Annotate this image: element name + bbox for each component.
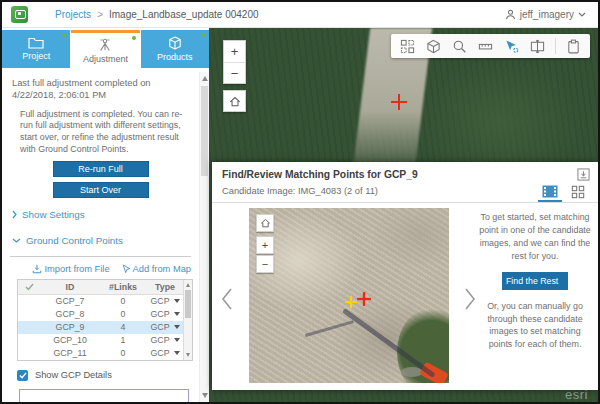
breadcrumb-projects-link[interactable]: Projects (55, 9, 91, 20)
top-bar: Projects > Image_Landbase_update 004200 … (2, 2, 598, 28)
gcp-table-header: ID #Links Type (18, 280, 183, 295)
map-home-button[interactable] (223, 90, 246, 112)
show-gcp-details-label: Show GCP Details (35, 370, 112, 380)
scroll-down-arrow[interactable] (202, 393, 208, 398)
gcp-id: GCP_7 (40, 296, 100, 306)
cursor-icon (122, 264, 130, 274)
grid-view-toggle[interactable] (566, 183, 590, 202)
previous-image-button[interactable] (221, 287, 233, 311)
type-dropdown-caret[interactable] (174, 312, 180, 316)
breadcrumb-separator: > (97, 9, 103, 20)
view-toggles (538, 183, 590, 202)
type-dropdown-caret[interactable] (174, 325, 180, 329)
basemap-icon[interactable] (425, 38, 442, 55)
status-dot (62, 33, 66, 37)
show-settings-toggle[interactable]: Show Settings (12, 209, 199, 220)
gcp-id: GCP_11 (40, 348, 100, 358)
panel-scrollbar[interactable] (199, 72, 209, 402)
tab-label: Adjustment (83, 54, 128, 64)
next-image-button[interactable] (464, 287, 476, 311)
table-row-gcp-7[interactable]: GCP_7 0 GCP (18, 295, 183, 308)
table-row-gcp-8[interactable]: GCP_8 0 GCP (18, 308, 183, 321)
scroll-up-arrow[interactable] (202, 76, 208, 81)
toolbar-divider (555, 38, 556, 54)
chevron-down-icon (12, 238, 21, 243)
viewer-zoom-in-button[interactable]: + (256, 236, 274, 254)
scroll-up-arrow[interactable] (186, 283, 190, 287)
gcp-table-rows: GCP_7 0 GCP GCP_8 0 GCP GCP_9 4 GC (18, 295, 183, 360)
table-row-gcp-10[interactable]: GCP_10 1 GCP (18, 334, 183, 347)
candidate-image-viewer[interactable]: + − (249, 208, 449, 383)
tab-products[interactable]: Products (141, 30, 209, 68)
gcp-links: 1 (100, 335, 146, 345)
rerun-full-button[interactable]: Re-run Full (53, 161, 149, 177)
last-adjustment-status: Last full adjustment completed on 4/22/2… (12, 77, 189, 102)
search-icon[interactable] (451, 38, 468, 55)
swipe-compare-icon[interactable] (529, 38, 546, 55)
viewer-zoom-out-button[interactable]: − (256, 255, 274, 273)
gcp-links: 0 (100, 296, 146, 306)
breadcrumb: Projects > Image_Landbase_update 004200 (55, 9, 259, 20)
matching-panel-subheader: Candidate Image: IMG_4083 (2 of 11) (212, 180, 598, 203)
status-dot (201, 33, 205, 37)
tab-label: Project (22, 51, 50, 61)
instruction-primary: To get started, set matching point in on… (478, 211, 592, 263)
gcp-marker-icon[interactable] (391, 94, 407, 110)
user-icon (505, 9, 516, 20)
match-point-marker[interactable] (345, 296, 357, 308)
user-menu[interactable]: jeff_imagery (505, 9, 586, 20)
show-gcp-details-checkbox[interactable] (17, 370, 28, 381)
table-row-gcp-9-selected[interactable]: GCP_9 4 GCP (18, 321, 183, 334)
image-collection-icon[interactable] (399, 38, 416, 55)
gcp-id: GCP_8 (40, 309, 100, 319)
gcp-links: 4 (100, 322, 146, 332)
gcp-section-toggle[interactable]: Ground Control Points (12, 235, 199, 246)
add-from-map-link[interactable]: Add from Map (122, 264, 191, 274)
column-header-type: Type (146, 282, 184, 292)
adjustment-summary: Full adjustment is completed. You can re… (20, 109, 189, 156)
divider (10, 256, 191, 257)
table-scrollbar[interactable] (183, 280, 192, 360)
map-zoom-out-button[interactable]: − (224, 62, 245, 83)
gcp-id: GCP_10 (40, 335, 100, 345)
candidate-image-label: Candidate Image: IMG_4083 (2 of 11) (222, 186, 378, 202)
single-view-toggle[interactable] (538, 183, 562, 202)
measure-icon[interactable] (477, 38, 494, 55)
gcp-section-title: Ground Control Points (26, 235, 123, 246)
gcp-links: 0 (100, 348, 146, 358)
tab-project[interactable]: Project (2, 30, 70, 68)
type-dropdown-caret[interactable] (174, 351, 180, 355)
gcp-type: GCP (150, 322, 169, 332)
map-zoom-in-button[interactable]: + (224, 41, 245, 62)
scroll-down-arrow[interactable] (186, 353, 190, 357)
check-icon (18, 283, 40, 291)
collapse-panel-icon[interactable] (577, 168, 590, 181)
gcp-type: GCP (150, 335, 169, 345)
select-tool-icon[interactable] (503, 38, 520, 55)
start-over-button[interactable]: Start Over (53, 182, 149, 198)
import-from-file-label: Import from File (45, 264, 110, 274)
find-the-rest-button[interactable]: Find the Rest (502, 272, 568, 290)
tab-label: Products (157, 52, 193, 62)
image-shadow-branch (305, 320, 354, 337)
viewer-home-button[interactable] (256, 214, 274, 232)
import-from-file-link[interactable]: Import from File (32, 264, 110, 274)
map-zoom-control: + − (223, 40, 246, 84)
chevron-down-icon (578, 12, 586, 17)
type-dropdown-caret[interactable] (174, 299, 180, 303)
folder-icon (28, 37, 44, 49)
type-dropdown-caret[interactable] (174, 338, 180, 342)
gcp-id: GCP_9 (40, 322, 100, 332)
gcp-links: 0 (100, 309, 146, 319)
scroll-thumb[interactable] (185, 290, 191, 318)
chevron-right-icon (12, 210, 17, 219)
gcp-photo-placeholder: Photo not available (19, 389, 189, 402)
gcp-marker-icon[interactable] (357, 292, 371, 306)
left-panel: Project Adjustment Products Last full ad… (2, 28, 209, 402)
clipboard-icon[interactable] (565, 38, 582, 55)
table-row-gcp-11[interactable]: GCP_11 0 GCP (18, 347, 183, 360)
orthomaker-logo-icon (11, 6, 28, 23)
tab-adjustment[interactable]: Adjustment (71, 30, 139, 68)
scroll-thumb[interactable] (201, 86, 208, 176)
cube-icon (168, 36, 182, 50)
